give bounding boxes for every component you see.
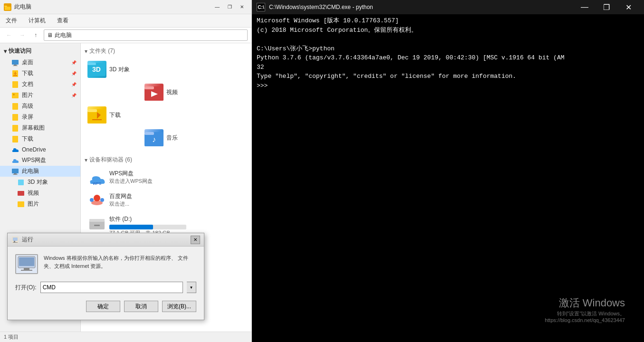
run-titlebar: 运行 ✕: [8, 233, 204, 247]
sidebar-item-download[interactable]: 下载 📌: [0, 68, 80, 79]
svg-rect-19: [18, 180, 24, 185]
sidebar-documents-label: 文档: [22, 80, 33, 88]
folder-item-music[interactable]: ♪ 音乐: [142, 127, 203, 148]
drives-section-label: 设备和驱动器 (6): [89, 156, 132, 164]
folders-section-label: 文件夹 (7): [89, 47, 115, 55]
statusbar-text: 1 项目: [4, 333, 19, 341]
drives-section-header: ▾ 设备和驱动器 (6): [85, 156, 248, 164]
drive-item-baidu[interactable]: 百度网盘 双击进...: [85, 190, 189, 211]
ribbon-menu: 文件 计算机 查看: [0, 14, 251, 27]
run-dialog-close-button[interactable]: ✕: [191, 236, 200, 244]
drive-wps-info: WPS网盘 双击进入WPS网盘: [109, 170, 186, 185]
folder-music-icon: ♪: [144, 129, 163, 146]
sidebar-item-documents[interactable]: 文档 📌: [0, 79, 80, 90]
sidebar-pictures2-label: 图片: [28, 200, 39, 208]
folders-section-header: ▾ 文件夹 (7): [85, 47, 248, 55]
sidebar-pictures-label: 图片: [22, 91, 33, 99]
restore-button[interactable]: ❐: [224, 3, 235, 11]
cmd-title-text: C:\Windows\system32\CMD.exe - python: [269, 4, 574, 10]
cmd-close-button[interactable]: ✕: [617, 0, 639, 14]
svg-rect-48: [14, 241, 15, 242]
sidebar-item-onedrive[interactable]: OneDrive: [0, 144, 80, 155]
drive-item-wps[interactable]: WPS WPS网盘 双击进入WPS网盘: [85, 168, 189, 189]
watermark-sub: 转到"设置"以激活 Windows。: [545, 310, 625, 317]
back-button[interactable]: ←: [4, 30, 14, 40]
drive-baidu-info: 百度网盘 双击进...: [109, 192, 186, 208]
ribbon-view-menu[interactable]: 查看: [55, 15, 70, 26]
svg-rect-4: [14, 65, 17, 66]
svg-point-36: [94, 195, 100, 201]
svg-point-11: [13, 94, 15, 95]
explorer-title-text: 此电脑: [14, 3, 211, 11]
folder-video-label: 视频: [166, 88, 178, 96]
pin-icon-2: 📌: [71, 71, 77, 76]
minimize-button[interactable]: —: [211, 3, 223, 11]
cmd-line-8: >>>: [257, 81, 639, 91]
run-cancel-button[interactable]: 取消: [124, 301, 158, 312]
cmd-restore-button[interactable]: ❐: [596, 0, 617, 14]
folder-3d-label: 3D 对象: [109, 66, 130, 74]
folder-item-3d[interactable]: 3D 3D 对象: [85, 59, 146, 80]
sidebar-item-video[interactable]: 视频: [0, 188, 80, 199]
run-confirm-button[interactable]: 确定: [86, 301, 120, 312]
cmd-line-3: [257, 35, 639, 44]
sidebar-item-thispc[interactable]: 此电脑: [0, 166, 80, 177]
chevron-down-icon: ▾: [4, 48, 7, 55]
sidebar-advanced-label: 高级: [22, 102, 33, 110]
drive-wps-icon: WPS: [87, 170, 106, 187]
run-dropdown-button[interactable]: ▼: [187, 282, 196, 293]
run-title-text: 运行: [22, 236, 191, 244]
drive-wps-name: WPS网盘: [109, 170, 186, 178]
cmd-content[interactable]: Microsoft Windows [版本 10.0.17763.557] (c…: [252, 14, 644, 342]
ribbon-file-menu[interactable]: 文件: [4, 15, 19, 26]
watermark: 激活 Windows 转到"设置"以激活 Windows。 https://bl…: [545, 296, 625, 323]
cmd-title-icon: C:\: [257, 3, 265, 11]
ribbon-computer-menu[interactable]: 计算机: [27, 15, 48, 26]
run-computer-icon: [15, 254, 38, 274]
sidebar-item-advanced[interactable]: 高级: [0, 101, 80, 112]
svg-rect-17: [14, 173, 17, 174]
address-path[interactable]: 🖥 此电脑: [44, 29, 248, 41]
sidebar-item-pictures2[interactable]: 图片: [0, 199, 80, 209]
sidebar-thispc-label: 此电脑: [22, 167, 39, 175]
explorer-ribbon: 文件 计算机 查看: [0, 14, 251, 28]
up-button[interactable]: ↑: [30, 30, 41, 40]
svg-rect-2: [5, 7, 10, 10]
run-input-field[interactable]: [40, 282, 183, 293]
sidebar-onedrive-label: OneDrive: [22, 146, 46, 153]
run-buttons: 确定 取消 浏览(B)...: [15, 301, 196, 312]
cmd-line-7: Type "help", "copyright", "credits" or "…: [257, 72, 639, 81]
titlebar-controls: — ❐ ✕: [211, 3, 248, 11]
svg-text:♪: ♪: [152, 135, 156, 143]
pin-icon-3: 📌: [71, 82, 77, 87]
svg-rect-16: [12, 169, 19, 173]
forward-button[interactable]: →: [17, 30, 28, 40]
run-title-icon: [11, 236, 19, 244]
cmd-minimize-button[interactable]: —: [574, 0, 596, 14]
folder-item-video[interactable]: 视频: [142, 82, 203, 103]
drive-baidu-icon: [87, 192, 106, 209]
sidebar-item-wpsdisk[interactable]: WPS网盘: [0, 155, 80, 166]
sidebar-item-download2[interactable]: 下载: [0, 133, 80, 144]
quick-access-header: ▾ 快速访问: [0, 45, 80, 57]
cmd-line-6: 32: [257, 63, 639, 72]
address-path-text: 此电脑: [55, 31, 72, 39]
sidebar-screenshot-label: 屏幕截图: [22, 124, 45, 132]
sidebar-item-3dobjects[interactable]: 3D 对象: [0, 177, 80, 188]
run-input-row: 打开(O): ▼: [15, 282, 196, 293]
folder-video-icon: [144, 84, 163, 101]
sidebar-item-pictures[interactable]: 图片 📌: [0, 90, 80, 101]
cmd-titlebar: C:\ C:\Windows\system32\CMD.exe - python…: [252, 0, 644, 14]
close-button[interactable]: ✕: [236, 3, 248, 11]
svg-rect-13: [12, 114, 18, 121]
address-home-icon: 🖥: [47, 32, 53, 38]
sidebar-item-screenshot[interactable]: 屏幕截图: [0, 123, 80, 133]
svg-text:WPS: WPS: [93, 181, 102, 186]
sidebar-item-desktop[interactable]: 桌面 📌: [0, 57, 80, 68]
svg-point-39: [100, 198, 104, 202]
watermark-url: https://blog.csdn.net/qq_43623447: [545, 317, 625, 323]
sidebar-3dobjects-label: 3D 对象: [28, 178, 48, 186]
folder-item-download[interactable]: 下载: [85, 104, 146, 125]
run-browse-button[interactable]: 浏览(B)...: [162, 301, 196, 312]
sidebar-item-screenrec[interactable]: 录屏: [0, 112, 80, 123]
